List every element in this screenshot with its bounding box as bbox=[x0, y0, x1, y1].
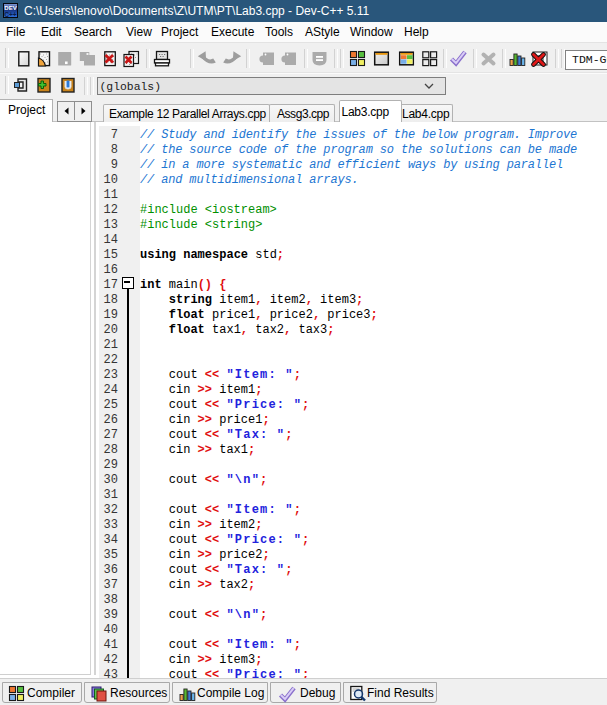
svg-text:C++: C++ bbox=[4, 11, 16, 18]
